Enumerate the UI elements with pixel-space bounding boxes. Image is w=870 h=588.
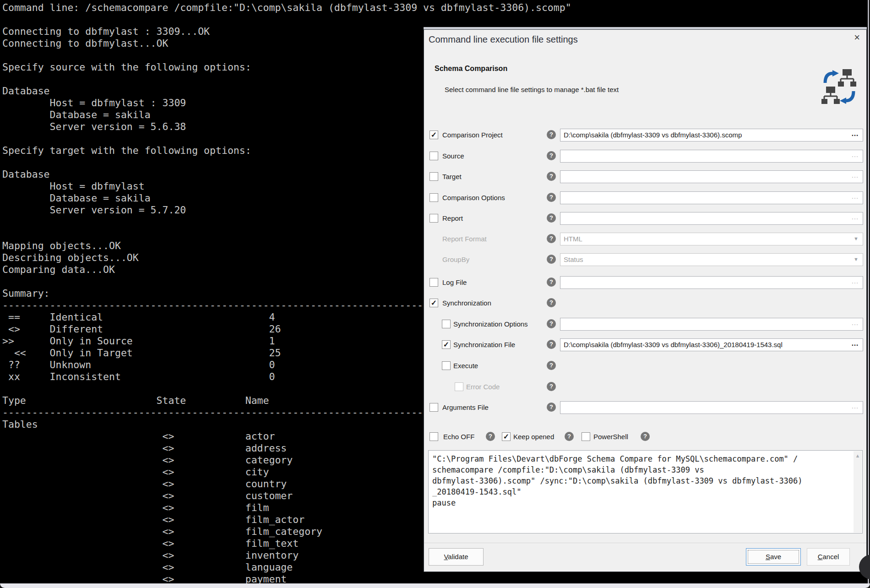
- row-error-code: ✓ Error Code ?: [424, 376, 866, 397]
- comparison-project-checkbox[interactable]: ✓: [430, 131, 438, 139]
- help-icon[interactable]: ?: [547, 172, 556, 181]
- browse-ellipsis-button[interactable]: …: [851, 339, 859, 348]
- source-label: Source: [442, 152, 464, 160]
- arguments-file-label: Arguments File: [442, 403, 489, 411]
- row-arguments-file: ✓ Arguments File ? …: [424, 397, 866, 418]
- help-icon[interactable]: ?: [547, 298, 556, 307]
- synchronization-file-label: Synchronization File: [453, 341, 515, 348]
- chevron-down-icon: ▼: [854, 256, 859, 262]
- check-icon: ✓: [430, 299, 438, 307]
- powershell-label: PowerShell: [593, 433, 628, 441]
- synchronization-checkbox[interactable]: ✓: [430, 299, 438, 307]
- report-checkbox[interactable]: ✓: [430, 214, 438, 223]
- help-icon[interactable]: ?: [547, 151, 556, 160]
- row-synchronization-file: ✓ Synchronization File ? D:\comp\sakila …: [424, 334, 866, 355]
- help-icon[interactable]: ?: [547, 340, 556, 349]
- help-icon[interactable]: ?: [547, 255, 556, 264]
- execute-checkbox[interactable]: ✓: [442, 361, 451, 370]
- screen: Command line: /schemacompare /compfile:"…: [0, 0, 870, 588]
- chevron-down-icon: ▼: [854, 236, 859, 241]
- browse-ellipsis-button[interactable]: …: [851, 171, 859, 180]
- synchronization-options-checkbox[interactable]: ✓: [442, 320, 451, 328]
- help-icon[interactable]: ?: [547, 319, 556, 328]
- help-icon[interactable]: ?: [486, 432, 495, 441]
- browse-ellipsis-button[interactable]: …: [851, 151, 859, 159]
- keep-opened-label: Keep opened: [513, 433, 554, 441]
- source-input[interactable]: …: [560, 150, 863, 163]
- comparison-project-input[interactable]: D:\comp\sakila (dbfmylast-3309 vs dbfmyl…: [560, 129, 863, 142]
- cancel-button[interactable]: Cancel: [807, 548, 850, 566]
- section-heading: Schema Comparison: [435, 65, 507, 73]
- validate-button[interactable]: Validate: [429, 548, 484, 566]
- browse-ellipsis-button[interactable]: …: [851, 277, 859, 285]
- synchronization-label: Synchronization: [442, 299, 491, 307]
- help-icon[interactable]: ?: [547, 382, 556, 391]
- help-icon[interactable]: ?: [547, 130, 556, 139]
- report-label: Report: [442, 214, 463, 222]
- echo-off-checkbox[interactable]: ✓: [430, 432, 438, 441]
- row-target: ✓ Target ? …: [424, 166, 866, 187]
- report-format-select[interactable]: HTML▼: [560, 233, 863, 245]
- comparison-project-label: Comparison Project: [442, 131, 503, 139]
- target-input[interactable]: …: [560, 170, 863, 183]
- log-file-label: Log File: [442, 278, 467, 286]
- help-icon[interactable]: ?: [547, 193, 556, 202]
- report-format-label: Report Format: [442, 235, 487, 243]
- schema-comparison-sync-icon: [821, 68, 857, 105]
- log-file-input[interactable]: …: [560, 276, 863, 289]
- comparison-options-input[interactable]: …: [560, 191, 863, 204]
- report-input[interactable]: …: [560, 212, 863, 225]
- arguments-file-checkbox[interactable]: ✓: [430, 403, 438, 412]
- source-checkbox[interactable]: ✓: [430, 152, 438, 160]
- groupby-select[interactable]: Status▼: [560, 253, 863, 266]
- row-log-file: ✓ Log File ? …: [424, 272, 866, 293]
- keep-opened-checkbox[interactable]: ✓: [502, 432, 511, 441]
- synchronization-file-checkbox[interactable]: ✓: [442, 340, 451, 349]
- browse-ellipsis-button[interactable]: …: [851, 192, 859, 201]
- dialog-title: Command line execution file settings: [429, 34, 578, 45]
- vertical-scrollbar[interactable]: ▲: [854, 451, 862, 533]
- row-execute: ✓ Execute ?: [424, 355, 866, 376]
- scroll-up-icon[interactable]: ▲: [854, 453, 862, 458]
- arguments-file-input[interactable]: …: [560, 401, 863, 414]
- execute-label: Execute: [453, 362, 478, 370]
- error-code-checkbox[interactable]: ✓: [455, 382, 463, 391]
- help-icon[interactable]: ?: [547, 278, 556, 287]
- comparison-options-label: Comparison Options: [442, 194, 505, 201]
- help-icon[interactable]: ?: [547, 213, 556, 223]
- target-label: Target: [442, 173, 462, 180]
- powershell-checkbox[interactable]: ✓: [582, 432, 590, 441]
- browse-ellipsis-button[interactable]: …: [851, 213, 859, 221]
- check-icon: ✓: [430, 131, 438, 139]
- help-icon[interactable]: ?: [641, 432, 650, 441]
- browse-ellipsis-button[interactable]: …: [851, 402, 859, 410]
- comparison-options-checkbox[interactable]: ✓: [430, 193, 438, 202]
- save-button[interactable]: Save: [746, 548, 801, 566]
- row-report: ✓ Report ? …: [424, 208, 866, 229]
- section-description: Select command line file settings to man…: [445, 86, 619, 93]
- row-comparison-options: ✓ Comparison Options ? …: [424, 187, 866, 208]
- target-checkbox[interactable]: ✓: [430, 172, 438, 181]
- row-report-format: Report Format ? HTML▼: [424, 229, 866, 250]
- browse-ellipsis-button[interactable]: …: [851, 319, 859, 327]
- log-file-checkbox[interactable]: ✓: [430, 278, 438, 287]
- row-groupby: GroupBy ? Status▼: [424, 249, 866, 270]
- help-icon[interactable]: ?: [547, 361, 556, 370]
- row-source: ✓ Source ? …: [424, 146, 866, 167]
- help-icon[interactable]: ?: [547, 234, 556, 243]
- bat-file-text-area[interactable]: "C:\Program Files\Devart\dbForge Schema …: [428, 450, 863, 534]
- synchronization-file-input[interactable]: D:\comp\sakila (dbfmylast-3309 vs dbfmyl…: [560, 338, 863, 351]
- screenshot-right-edge: [868, 0, 869, 588]
- row-synchronization-options: ✓ Synchronization Options ? …: [424, 314, 866, 335]
- close-icon[interactable]: ×: [854, 32, 860, 44]
- browse-ellipsis-button[interactable]: …: [851, 130, 859, 138]
- echo-off-label: Echo OFF: [443, 433, 474, 441]
- synchronization-options-input[interactable]: …: [560, 318, 863, 331]
- help-icon[interactable]: ?: [565, 432, 574, 441]
- screenshot-bottom-edge: [0, 583, 870, 588]
- error-code-label: Error Code: [466, 383, 500, 391]
- help-icon[interactable]: ?: [547, 403, 556, 412]
- command-line-settings-dialog: Command line execution file settings × S…: [424, 29, 867, 572]
- row-synchronization: ✓ Synchronization ?: [424, 293, 866, 314]
- check-icon: ✓: [502, 433, 510, 441]
